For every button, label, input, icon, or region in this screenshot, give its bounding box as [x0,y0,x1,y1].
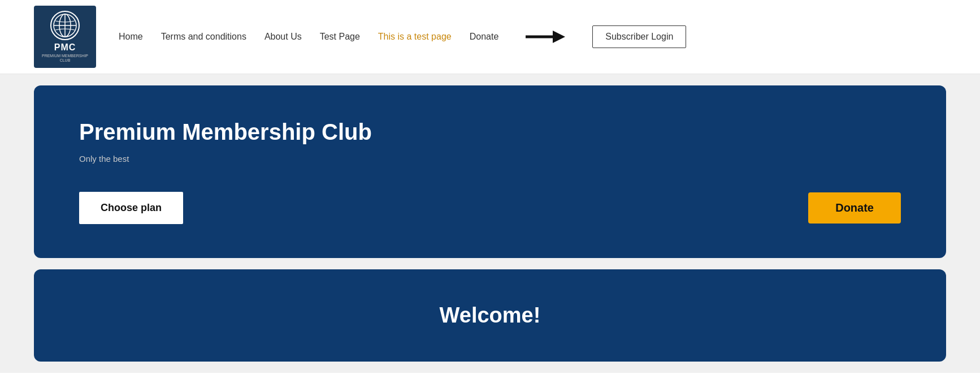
svg-marker-5 [553,31,565,43]
choose-plan-button[interactable]: Choose plan [79,192,183,224]
nav-item-donate[interactable]: Donate [470,32,499,42]
main-content: Premium Membership Club Only the best Ch… [0,74,980,373]
logo-box: PMC PREMIUM MEMBERSHIP CLUB [34,6,96,68]
nav-item-terms[interactable]: Terms and conditions [161,32,246,42]
header: PMC PREMIUM MEMBERSHIP CLUB Home Terms a… [0,0,980,74]
nav-item-test-page[interactable]: This is a test page [378,32,452,42]
hero-subtitle: Only the best [79,154,901,164]
nav-item-about[interactable]: About Us [264,32,302,42]
subscriber-login-button[interactable]: Subscriber Login [592,25,686,48]
hero-actions: Choose plan Donate [79,192,901,224]
donate-hero-button[interactable]: Donate [808,192,901,224]
logo-abbr: PMC [54,42,76,53]
right-arrow-icon [526,28,565,45]
logo-globe [50,11,80,40]
nav-item-test[interactable]: Test Page [320,32,360,42]
hero-title: Premium Membership Club [79,119,901,145]
logo-container[interactable]: PMC PREMIUM MEMBERSHIP CLUB [34,6,96,68]
welcome-section: Welcome! [34,269,946,362]
welcome-title: Welcome! [440,303,541,328]
main-nav: Home Terms and conditions About Us Test … [119,25,946,48]
arrow-container [526,28,565,45]
hero-banner: Premium Membership Club Only the best Ch… [34,85,946,258]
nav-item-home[interactable]: Home [119,32,143,42]
logo-subtext: PREMIUM MEMBERSHIP CLUB [38,54,92,63]
